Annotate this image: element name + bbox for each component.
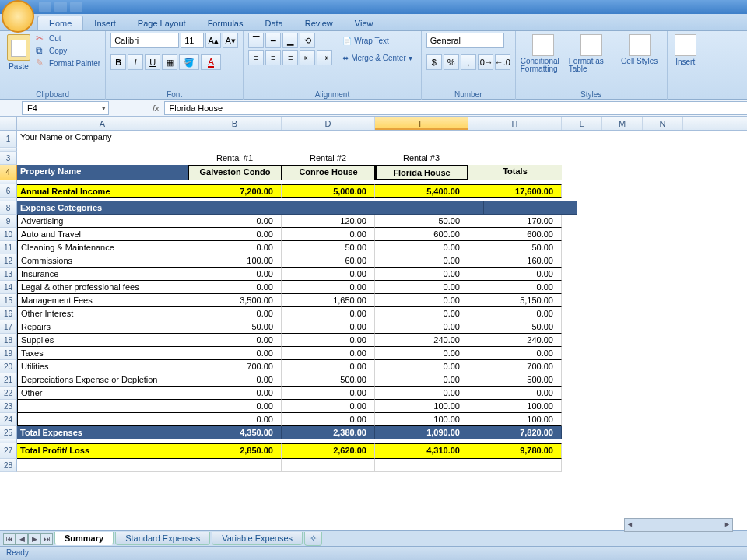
cell-A9[interactable]: Advertising — [17, 215, 188, 228]
tab-view[interactable]: View — [344, 16, 384, 30]
cell-B28[interactable] — [188, 459, 282, 472]
comma-button[interactable]: , — [461, 54, 476, 70]
cell-D18[interactable]: 0.00 — [282, 334, 375, 347]
cell-H18[interactable]: 240.00 — [468, 334, 562, 347]
cell-B24[interactable]: 0.00 — [188, 413, 282, 426]
cell-F23[interactable]: 100.00 — [375, 400, 468, 413]
cut-button[interactable]: Cut — [36, 33, 100, 44]
sheet-tab-standard[interactable]: Standard Expenses — [115, 532, 210, 545]
sheet-last-icon[interactable]: ⏭ — [40, 533, 53, 545]
cell-A27[interactable]: Total Profit/ Loss — [17, 443, 188, 459]
cell-B14[interactable]: 0.00 — [188, 281, 282, 294]
decrease-decimal-button[interactable]: ←.0 — [495, 54, 510, 70]
border-button[interactable]: ▦ — [162, 54, 177, 70]
cell-A14[interactable]: Legal & other professional fees — [17, 281, 188, 294]
cell-H23[interactable]: 100.00 — [468, 400, 562, 413]
cell-H20[interactable]: 700.00 — [468, 360, 562, 373]
col-N[interactable]: N — [643, 117, 683, 130]
cell-H17[interactable]: 50.00 — [468, 320, 562, 334]
cell-B18[interactable]: 0.00 — [188, 334, 282, 347]
cell-F28[interactable] — [375, 459, 468, 472]
cell-H15[interactable]: 5,150.00 — [468, 294, 562, 307]
italic-button[interactable]: I — [128, 54, 143, 70]
cell-B11[interactable]: 0.00 — [188, 241, 282, 254]
cell-B27[interactable]: 2,850.00 — [188, 443, 282, 459]
select-all-corner[interactable] — [0, 117, 17, 130]
horizontal-scrollbar[interactable] — [624, 518, 733, 532]
increase-decimal-button[interactable]: .0→ — [478, 54, 493, 70]
cell-H4[interactable]: Totals — [468, 165, 562, 180]
row-24-header[interactable]: 24 — [0, 413, 17, 426]
cell-F19[interactable]: 0.00 — [375, 347, 468, 360]
cell-B3[interactable]: Rental #1 — [188, 152, 282, 165]
row-17-header[interactable]: 17 — [0, 320, 17, 334]
cell-A24[interactable] — [17, 413, 188, 426]
cell-F10[interactable]: 600.00 — [375, 228, 468, 241]
cell-F1[interactable] — [375, 131, 468, 148]
align-middle-button[interactable]: ━ — [265, 33, 281, 48]
fill-color-button[interactable]: 🪣 — [179, 54, 199, 70]
cell-D6[interactable]: 5,000.00 — [282, 184, 375, 198]
cell-F11[interactable]: 0.00 — [375, 241, 468, 254]
cell-B4[interactable]: Galveston Condo — [188, 165, 282, 180]
cell-D15[interactable]: 1,650.00 — [282, 294, 375, 307]
cell-D17[interactable]: 0.00 — [282, 320, 375, 334]
row-19-header[interactable]: 19 — [0, 347, 17, 360]
bold-button[interactable]: B — [110, 54, 126, 70]
row-4-header[interactable]: 4 — [0, 165, 17, 180]
cell-H14[interactable]: 0.00 — [468, 281, 562, 294]
cell-B12[interactable]: 100.00 — [188, 254, 282, 268]
cell-D22[interactable]: 0.00 — [282, 387, 375, 400]
col-A[interactable]: A — [17, 117, 188, 130]
cell-A28[interactable] — [17, 459, 188, 472]
cell-A19[interactable]: Taxes — [17, 347, 188, 360]
underline-button[interactable]: U — [145, 54, 160, 70]
cell-A20[interactable]: Utilities — [17, 360, 188, 373]
cell-D27[interactable]: 2,620.00 — [282, 443, 375, 459]
cell-H25[interactable]: 7,820.00 — [468, 426, 562, 439]
tab-page-layout[interactable]: Page Layout — [127, 16, 197, 30]
row-9-header[interactable]: 9 — [0, 215, 17, 228]
cell-D14[interactable]: 0.00 — [282, 281, 375, 294]
cell-A13[interactable]: Insurance — [17, 268, 188, 281]
qat-undo-icon[interactable] — [54, 2, 67, 12]
tab-data[interactable]: Data — [254, 16, 293, 30]
font-name-combo[interactable]: Calibri — [110, 33, 179, 48]
cell-B10[interactable]: 0.00 — [188, 228, 282, 241]
cell-A11[interactable]: Cleaning & Maintenance — [17, 241, 188, 254]
cell-B6[interactable]: 7,200.00 — [188, 184, 282, 198]
cell-B20[interactable]: 700.00 — [188, 360, 282, 373]
tab-formulas[interactable]: Formulas — [197, 16, 254, 30]
align-top-button[interactable]: ▔ — [248, 33, 264, 48]
cell-D3[interactable]: Rental #2 — [282, 152, 375, 165]
formula-input[interactable]: Florida House — [164, 101, 747, 115]
cell-A25[interactable]: Total Expenses — [17, 426, 188, 439]
cell-D10[interactable]: 0.00 — [282, 228, 375, 241]
wrap-text-button[interactable]: 📄Wrap Text — [338, 33, 416, 48]
format-painter-button[interactable]: Format Painter — [36, 58, 100, 68]
cell-F6[interactable]: 5,400.00 — [375, 184, 468, 198]
cell-D25[interactable]: 2,380.00 — [282, 426, 375, 439]
cell-B1[interactable] — [188, 131, 282, 148]
cell-A15[interactable]: Management Fees — [17, 294, 188, 307]
cell-F20[interactable]: 0.00 — [375, 360, 468, 373]
sheet-first-icon[interactable]: ⏮ — [3, 533, 16, 545]
align-right-button[interactable]: ≡ — [282, 50, 298, 65]
cell-F27[interactable]: 4,310.00 — [375, 443, 468, 459]
cell-D1[interactable] — [282, 131, 375, 148]
row-6-header[interactable]: 6 — [0, 184, 17, 198]
sheet-tab-new[interactable]: ✧ — [304, 532, 322, 546]
currency-button[interactable]: $ — [426, 54, 442, 70]
row-21-header[interactable]: 21 — [0, 373, 17, 387]
number-format-combo[interactable]: General — [426, 33, 504, 48]
cell-H12[interactable]: 160.00 — [468, 254, 562, 268]
sheet-prev-icon[interactable]: ◀ — [16, 533, 28, 545]
cell-D9[interactable]: 120.00 — [282, 215, 375, 228]
cell-B19[interactable]: 0.00 — [188, 347, 282, 360]
cell-D19[interactable]: 0.00 — [282, 347, 375, 360]
row-1-header[interactable]: 1 — [0, 131, 17, 148]
cell-F3[interactable]: Rental #3 — [375, 152, 468, 165]
cell-H13[interactable]: 0.00 — [468, 268, 562, 281]
cell-H1[interactable] — [468, 131, 562, 148]
row-16-header[interactable]: 16 — [0, 307, 17, 320]
